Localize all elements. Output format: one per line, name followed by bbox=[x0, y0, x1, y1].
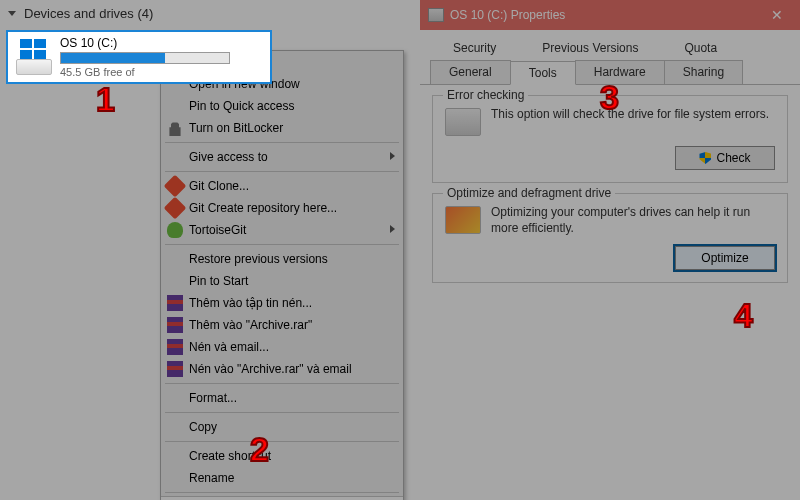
check-button[interactable]: Check bbox=[675, 146, 775, 170]
drive-c[interactable]: OS 10 (C:) 45.5 GB free of bbox=[6, 30, 272, 84]
drive-name: OS 10 (C:) bbox=[60, 36, 230, 50]
git-icon bbox=[164, 197, 187, 220]
menu-item-label: Nén vào "Archive.rar" và email bbox=[189, 362, 352, 376]
menu-item[interactable]: TortoiseGit bbox=[161, 219, 403, 241]
drive-icon bbox=[16, 39, 52, 75]
menu-item[interactable]: Git Clone... bbox=[161, 175, 403, 197]
menu-item[interactable]: Give access to bbox=[161, 146, 403, 168]
chevron-right-icon bbox=[390, 225, 395, 233]
rar-icon bbox=[167, 339, 183, 355]
git-icon bbox=[164, 175, 187, 198]
menu-item[interactable]: Git Create repository here... bbox=[161, 197, 403, 219]
chevron-down-icon bbox=[8, 11, 16, 16]
properties-dialog: OS 10 (C:) Properties ✕ SecurityPrevious… bbox=[420, 0, 800, 500]
menu-item[interactable]: Thêm vào tập tin nén... bbox=[161, 292, 403, 314]
menu-item[interactable]: Pin to Start bbox=[161, 270, 403, 292]
tab-general[interactable]: General bbox=[430, 60, 511, 84]
tab-sharing[interactable]: Sharing bbox=[664, 60, 743, 84]
separator bbox=[165, 244, 399, 245]
close-button[interactable]: ✕ bbox=[754, 0, 800, 30]
devices-drives-header[interactable]: Devices and drives (4) bbox=[0, 0, 420, 25]
menu-item-label: Turn on BitLocker bbox=[189, 121, 283, 135]
menu-item[interactable]: Create shortcut bbox=[161, 445, 403, 467]
tab-hardware[interactable]: Hardware bbox=[575, 60, 665, 84]
tab-previous-versions[interactable]: Previous Versions bbox=[519, 36, 661, 60]
menu-item-label: Format... bbox=[189, 391, 237, 405]
menu-item-label: Thêm vào tập tin nén... bbox=[189, 296, 312, 310]
panel-legend: Error checking bbox=[443, 88, 528, 102]
menu-item[interactable]: Nén vào "Archive.rar" và email bbox=[161, 358, 403, 380]
optimize-panel: Optimize and defragment drive Optimizing… bbox=[432, 193, 788, 283]
tab-tools[interactable]: Tools bbox=[510, 61, 576, 85]
separator bbox=[165, 171, 399, 172]
drive-check-icon bbox=[445, 108, 481, 136]
menu-item-label: Pin to Quick access bbox=[189, 99, 294, 113]
tabs-row-1: SecurityPrevious VersionsQuota bbox=[420, 30, 800, 60]
menu-item-label: Git Create repository here... bbox=[189, 201, 337, 215]
menu-item-label: Git Clone... bbox=[189, 179, 249, 193]
menu-item[interactable]: Copy bbox=[161, 416, 403, 438]
menu-item-label: Give access to bbox=[189, 150, 268, 164]
drive-free-text: 45.5 GB free of bbox=[60, 66, 230, 78]
optimize-icon bbox=[445, 206, 481, 234]
shield-icon bbox=[699, 152, 711, 164]
callout-3: 3 bbox=[600, 78, 619, 117]
context-menu[interactable]: OpenOpen in new windowPin to Quick acces… bbox=[160, 50, 404, 500]
menu-item-label: TortoiseGit bbox=[189, 223, 246, 237]
section-title: Devices and drives (4) bbox=[24, 6, 153, 21]
menu-item[interactable]: Properties bbox=[161, 496, 403, 500]
explorer-pane: Devices and drives (4) OS 10 (C:) 45.5 G… bbox=[0, 0, 420, 500]
separator bbox=[165, 492, 399, 493]
callout-1: 1 bbox=[96, 80, 115, 119]
drive-usage-bar bbox=[60, 52, 230, 64]
menu-item-label: Restore previous versions bbox=[189, 252, 328, 266]
menu-item-label: Nén và email... bbox=[189, 340, 269, 354]
menu-item[interactable]: Nén và email... bbox=[161, 336, 403, 358]
error-check-desc: This option will check the drive for fil… bbox=[491, 106, 769, 122]
menu-item[interactable]: Format... bbox=[161, 387, 403, 409]
tab-quota[interactable]: Quota bbox=[661, 36, 740, 60]
separator bbox=[165, 383, 399, 384]
menu-item[interactable]: Restore previous versions bbox=[161, 248, 403, 270]
callout-2: 2 bbox=[250, 430, 269, 469]
properties-titlebar[interactable]: OS 10 (C:) Properties ✕ bbox=[420, 0, 800, 30]
menu-item-label: Rename bbox=[189, 471, 234, 485]
panel-legend: Optimize and defragment drive bbox=[443, 186, 615, 200]
properties-title: OS 10 (C:) Properties bbox=[450, 8, 565, 22]
menu-item[interactable]: Rename bbox=[161, 467, 403, 489]
optimize-desc: Optimizing your computer's drives can he… bbox=[491, 204, 775, 236]
menu-item-label: Thêm vào "Archive.rar" bbox=[189, 318, 312, 332]
rar-icon bbox=[167, 295, 183, 311]
drive-info: OS 10 (C:) 45.5 GB free of bbox=[60, 36, 230, 78]
rar-icon bbox=[167, 361, 183, 377]
optimize-button-label: Optimize bbox=[701, 251, 748, 265]
menu-item[interactable]: Pin to Quick access bbox=[161, 95, 403, 117]
drive-icon bbox=[428, 8, 444, 22]
menu-item[interactable]: Thêm vào "Archive.rar" bbox=[161, 314, 403, 336]
menu-item-label: Pin to Start bbox=[189, 274, 248, 288]
check-button-label: Check bbox=[716, 151, 750, 165]
menu-item[interactable]: Turn on BitLocker bbox=[161, 117, 403, 139]
menu-item-label: Copy bbox=[189, 420, 217, 434]
separator bbox=[165, 142, 399, 143]
tab-security[interactable]: Security bbox=[430, 36, 519, 60]
separator bbox=[165, 441, 399, 442]
separator bbox=[165, 412, 399, 413]
rar-icon bbox=[167, 317, 183, 333]
bitlocker-icon bbox=[167, 120, 183, 136]
optimize-button[interactable]: Optimize bbox=[675, 246, 775, 270]
tort-icon bbox=[167, 222, 183, 238]
chevron-right-icon bbox=[390, 152, 395, 160]
callout-4: 4 bbox=[734, 296, 753, 335]
